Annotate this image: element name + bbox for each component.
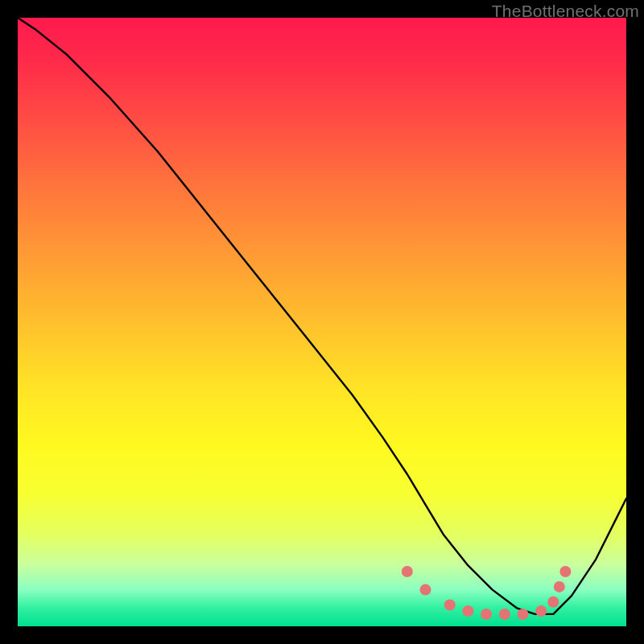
chart-svg [18, 18, 626, 626]
watermark-text: TheBottleneck.com [492, 2, 639, 21]
marker-dot [547, 597, 559, 608]
marker-dot [481, 609, 492, 620]
marker-dot [554, 581, 565, 592]
marker-cluster [402, 566, 572, 620]
marker-dot [535, 605, 547, 617]
marker-dot [420, 584, 431, 596]
marker-dot [499, 609, 510, 620]
curve-line [18, 18, 626, 614]
marker-dot [462, 605, 473, 617]
marker-dot [559, 566, 571, 577]
chart-frame: TheBottleneck.com [0, 0, 644, 644]
marker-dot [518, 609, 529, 620]
plot-area [18, 18, 626, 626]
marker-dot [444, 600, 456, 611]
marker-dot [402, 566, 413, 577]
